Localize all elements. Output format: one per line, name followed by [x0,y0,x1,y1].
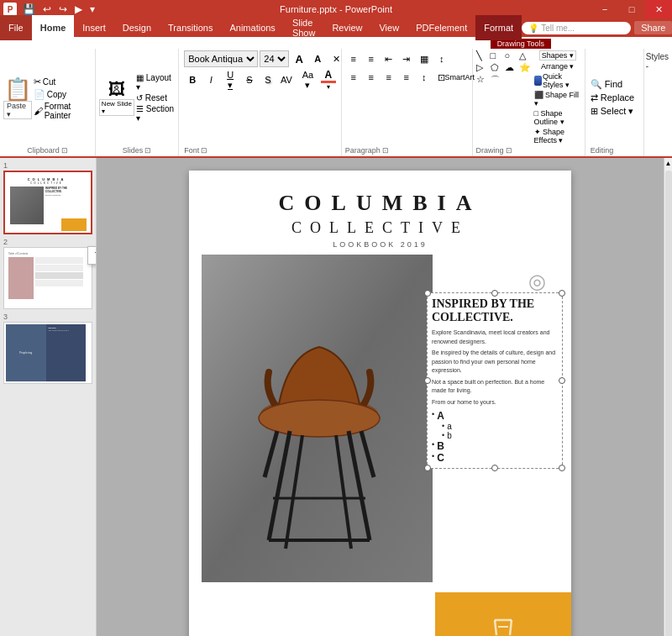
align-left-button[interactable]: ≡ [345,69,362,86]
slides-label: Slides [123,146,144,155]
format-painter-button[interactable]: 🖌 Format Painter [34,102,92,120]
drawing-expand[interactable]: ⊡ [506,146,512,155]
layout-button[interactable]: ▦ Layout ▾ [136,73,175,92]
shape-item[interactable]: ☆ [476,74,490,87]
increase-indent-button[interactable]: ⇥ [398,50,415,67]
paste-button[interactable]: 📋 [4,78,31,100]
textbox[interactable]: INSPIRED BY THE COLLECTIVE. Explore Scan… [427,292,563,470]
shape-fill-btn[interactable]: ⬛ Shape Fill ▾ [534,91,581,108]
reset-button[interactable]: ↺ Reset [136,93,175,102]
quick-styles-btn[interactable]: Quick Styles ▾ [534,72,581,89]
increase-font-button[interactable]: A [291,50,307,67]
chair-image[interactable] [202,255,433,582]
redo-button[interactable]: ↪ [56,3,70,15]
bullets-button[interactable]: ≡ [345,50,362,67]
gold-bar [435,592,571,637]
numbering-button[interactable]: ≡ [363,50,380,67]
text-direction-button[interactable]: ↕ [416,69,433,86]
decrease-indent-button[interactable]: ⇤ [381,50,397,67]
align-center-button[interactable]: ≡ [363,69,380,86]
replace-button[interactable]: ⇄ Replace [591,92,638,103]
presentation-button[interactable]: ▶ [72,3,85,15]
shape-item[interactable]: ╲ [476,50,490,61]
scroll-up-button[interactable]: ▲ [664,158,672,169]
shape-item[interactable]: ⬠ [491,62,504,73]
menu-design[interactable]: Design [114,15,160,40]
handle-mr[interactable] [559,377,565,384]
change-case-button[interactable]: Aa ▾ [297,71,319,88]
shape-item[interactable]: ○ [505,50,518,61]
strikethrough-button[interactable]: S [241,71,258,88]
font-group: Book Antiqua 24 A A ✕ B I U ▾ S S AV Aa … [179,49,342,156]
align-right-button[interactable]: ≡ [381,69,397,86]
handle-ml[interactable] [424,377,431,384]
scroll-thumb[interactable] [665,171,672,636]
shape-item[interactable]: ⭐ [519,62,533,73]
shadow-button[interactable]: S [260,71,276,88]
arrange-btn[interactable]: Arrange ▾ [541,62,575,71]
maximize-button[interactable]: □ [618,0,645,18]
font-color-button[interactable]: A ▾ [321,69,336,91]
font-size-select[interactable]: 24 [260,50,289,67]
shape-item[interactable]: □ [491,50,504,61]
slide-1-preview: COLUMBIA COLLECTIVE INSPIRED BY THE COLL… [7,174,87,231]
copy-button[interactable]: 📄 Copy [34,89,92,100]
slide-thumb-1[interactable]: 1 COLUMBIA COLLECTIVE INSPIRED BY THE CO… [3,161,92,234]
menu-insert[interactable]: Insert [74,15,114,40]
columns-button[interactable]: ▦ [416,50,433,67]
tell-me-input[interactable]: 💡 Tell me... [522,22,631,34]
menu-review[interactable]: Review [323,15,370,40]
share-button[interactable]: Share [634,21,672,34]
decrease-font-button[interactable]: A [309,50,326,67]
minimize-button[interactable]: − [591,0,618,18]
menu-format[interactable]: Format [475,15,522,40]
underline-button[interactable]: U ▾ [221,71,239,88]
shape-item[interactable]: ⌒ [491,74,504,87]
undo-button[interactable]: ↩ [40,3,54,15]
shape-item[interactable]: ▷ [476,62,490,73]
section-button[interactable]: ☰ Section ▾ [136,104,175,123]
slide-thumb-2[interactable]: 2 Table of Contents [3,238,92,309]
paste-dropdown[interactable]: Paste ▾ [3,101,32,119]
char-spacing-button[interactable]: AV [278,71,295,88]
smartart-button[interactable]: SmartArt [451,69,469,86]
menu-transitions[interactable]: Transitions [160,15,221,40]
menu-slideshow[interactable]: Slide Show [284,15,324,40]
right-scrollbar[interactable]: ▲ ▼ [664,158,672,636]
shapes-btn[interactable]: Shapes ▾ [539,50,576,60]
save-button[interactable]: 💾 [20,3,38,15]
slides-expand[interactable]: ⊡ [144,146,151,155]
select-button[interactable]: ⊞ Select ▾ [591,106,638,117]
handle-tr[interactable] [559,290,565,297]
app-icon: P [3,3,17,16]
chair-logo-icon [488,610,518,637]
handle-tl[interactable] [424,290,431,297]
handle-tm[interactable] [491,290,498,297]
justify-button[interactable]: ≡ [398,69,415,86]
find-button[interactable]: 🔍 Find [591,79,638,90]
shape-outline-btn[interactable]: □ Shape Outline ▾ [534,109,581,126]
font-name-select[interactable]: Book Antiqua [184,50,258,67]
font-expand[interactable]: ⊡ [201,146,207,155]
italic-button[interactable]: I [202,71,219,88]
shape-item[interactable]: △ [519,50,533,61]
shape-effects-btn[interactable]: ✦ Shape Effects ▾ [534,128,581,145]
menu-view[interactable]: View [370,15,407,40]
slide-thumb-3[interactable]: 3 People img HEADING Text content here f… [3,313,92,384]
new-slide-button[interactable]: 🖼 New Slide ▾ [99,80,134,116]
handle-bm[interactable] [491,465,498,471]
clipboard-expand[interactable]: ⊡ [61,146,68,155]
menu-animations[interactable]: Animations [221,15,283,40]
shape-item[interactable]: ☁ [505,62,518,73]
cut-button[interactable]: ✂ Cut [34,76,92,87]
qat-dropdown[interactable]: ▾ [87,3,97,15]
line-spacing-button[interactable]: ↕ [433,50,450,67]
menu-file[interactable]: File [0,15,32,40]
slide-header: COLUMBIA COLLECTIVE LOOKBOOK 2019 [189,171,571,249]
menu-pdfelement[interactable]: PDFelement [407,15,475,40]
close-button[interactable]: ✕ [645,0,672,18]
paragraph-expand[interactable]: ⊡ [382,146,389,155]
handle-br[interactable] [559,465,565,471]
menu-home[interactable]: Home [32,15,75,40]
bold-button[interactable]: B [184,71,201,88]
